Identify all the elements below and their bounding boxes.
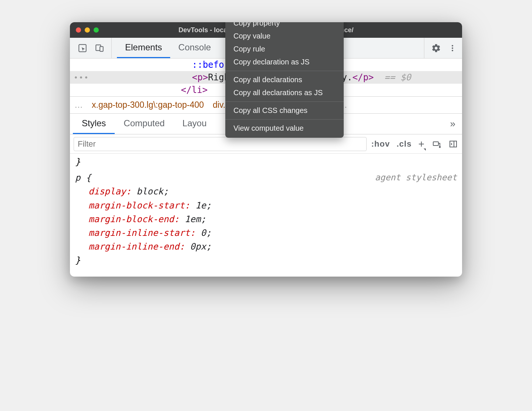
context-menu-item[interactable]: View computed value bbox=[225, 122, 344, 135]
context-menu-separator bbox=[225, 101, 344, 102]
context-menu-item[interactable]: Copy all declarations bbox=[225, 73, 344, 86]
tag-close-p: p bbox=[363, 72, 368, 83]
stylesheet-origin: agent stylesheet bbox=[375, 171, 457, 185]
context-menu-item[interactable]: Copy declaration as JS bbox=[225, 56, 344, 68]
toggle-sidebar-icon[interactable] bbox=[448, 139, 458, 149]
css-property[interactable]: margin-block-start bbox=[88, 200, 185, 211]
css-value[interactable]: 0; bbox=[201, 228, 211, 238]
rule-selector[interactable]: p { bbox=[75, 171, 91, 185]
context-menu-item[interactable]: Copy all CSS changes bbox=[225, 104, 344, 117]
close-window-button[interactable] bbox=[76, 27, 81, 33]
breadcrumb-crumb-1[interactable]: x.gap-top-300.lg\:gap-top-400 bbox=[92, 100, 204, 110]
hov-toggle[interactable]: :hov bbox=[371, 139, 390, 149]
css-value[interactable]: 1em; bbox=[185, 214, 206, 224]
dollar-zero-hint: == $0 bbox=[384, 72, 411, 83]
breadcrumb-leading-ellipsis[interactable]: … bbox=[74, 100, 83, 110]
new-style-rule-button[interactable]: + bbox=[418, 138, 424, 150]
styles-panel-host: Styles Computed Layou » :hov .cls + } bbox=[70, 113, 462, 277]
close-li-tag: </li> bbox=[181, 85, 208, 95]
paint-bucket-icon[interactable] bbox=[431, 139, 441, 149]
traffic-lights bbox=[76, 27, 99, 33]
css-declaration[interactable]: margin-block-start: 1e; bbox=[75, 199, 457, 213]
toolbar-right-group bbox=[424, 38, 458, 58]
styles-filter-input[interactable] bbox=[74, 137, 367, 151]
svg-point-7 bbox=[440, 146, 441, 147]
rule-selector-line: p { agent stylesheet bbox=[75, 171, 457, 185]
maximize-window-button[interactable] bbox=[94, 27, 99, 33]
tag-open-p: p bbox=[197, 72, 202, 83]
collapsed-ellipsis-icon[interactable]: ••• bbox=[74, 73, 89, 82]
styles-filter-actions: :hov .cls + bbox=[371, 138, 458, 150]
settings-gear-icon[interactable] bbox=[431, 43, 441, 53]
subtab-styles[interactable]: Styles bbox=[73, 114, 115, 134]
devtools-window: DevTools - localhost:8080/docs/devtools/… bbox=[70, 22, 462, 277]
css-value[interactable]: 0px; bbox=[190, 241, 212, 252]
context-menu-item[interactable]: Copy rule bbox=[225, 43, 344, 56]
minimize-window-button[interactable] bbox=[85, 27, 90, 33]
kebab-menu-icon[interactable] bbox=[447, 43, 458, 53]
css-property[interactable]: margin-block-end bbox=[88, 214, 174, 224]
device-toolbar-icon[interactable] bbox=[94, 43, 105, 53]
tab-console[interactable]: Console bbox=[170, 38, 219, 58]
toolbar-left-group bbox=[74, 38, 112, 58]
subtab-computed[interactable]: Computed bbox=[115, 114, 174, 134]
prev-rule-close-brace: } bbox=[75, 155, 457, 169]
svg-point-5 bbox=[452, 50, 453, 51]
css-value[interactable]: block; bbox=[137, 186, 169, 197]
css-declaration[interactable]: margin-inline-start: 0; bbox=[75, 226, 457, 240]
css-property[interactable]: display bbox=[88, 186, 126, 197]
svg-point-3 bbox=[452, 45, 453, 46]
subtab-more-icon[interactable]: » bbox=[450, 114, 459, 134]
svg-rect-2 bbox=[100, 46, 103, 51]
context-menu: Copy declarationCopy propertyCopy valueC… bbox=[225, 22, 344, 138]
rule-close-brace: } bbox=[75, 254, 457, 267]
css-declaration[interactable]: margin-block-end: 1em; bbox=[75, 213, 457, 226]
svg-rect-8 bbox=[450, 141, 457, 147]
css-property[interactable]: margin-inline-start bbox=[88, 228, 190, 238]
context-menu-separator bbox=[225, 71, 344, 71]
declarations-list: display: block;margin-block-start: 1e;ma… bbox=[75, 185, 457, 254]
tab-elements[interactable]: Elements bbox=[117, 38, 170, 58]
context-menu-item[interactable]: Copy property bbox=[225, 22, 344, 30]
css-declaration[interactable]: display: block; bbox=[75, 185, 457, 198]
subtab-layout[interactable]: Layou bbox=[174, 114, 215, 134]
cls-toggle[interactable]: .cls bbox=[397, 139, 412, 149]
context-menu-item[interactable]: Copy value bbox=[225, 30, 344, 43]
inspect-element-icon[interactable] bbox=[77, 43, 88, 53]
context-menu-item[interactable]: Copy all declarations as JS bbox=[225, 86, 344, 99]
svg-rect-6 bbox=[433, 142, 438, 146]
context-menu-separator bbox=[225, 119, 344, 120]
styles-rules[interactable]: } p { agent stylesheet display: block;ma… bbox=[70, 153, 462, 277]
css-property[interactable]: margin-inline-end bbox=[88, 241, 179, 252]
svg-point-4 bbox=[452, 47, 453, 49]
css-declaration[interactable]: margin-inline-end: 0px; bbox=[75, 240, 457, 254]
css-value[interactable]: 1e; bbox=[195, 200, 211, 211]
